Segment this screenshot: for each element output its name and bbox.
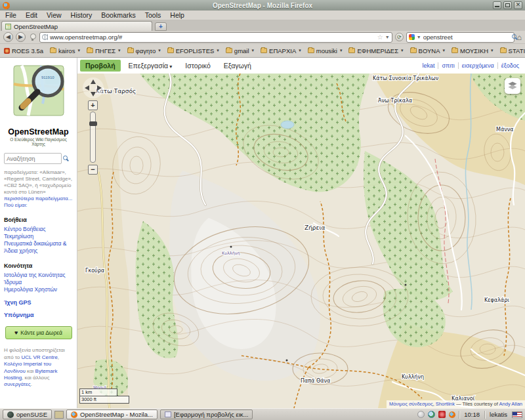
hosting-note: Η φιλοξενία υποστηρίζεται από το UCL VR …	[4, 347, 73, 388]
tray-separator	[459, 411, 459, 419]
updates-icon[interactable]	[438, 411, 446, 418]
inbox-link[interactable]: εισερχόμενα	[458, 62, 497, 69]
map-search-input[interactable]	[4, 153, 62, 164]
back-button[interactable]: ◀	[3, 32, 13, 42]
title-bar: OpenStreetMap - Mozilla Firefox	[0, 0, 525, 10]
url-dropdown-icon[interactable]: ▼	[385, 35, 390, 39]
volume-icon[interactable]	[417, 411, 425, 418]
keyboard-layout-flag-icon[interactable]	[512, 411, 522, 418]
pan-left-icon[interactable]	[85, 85, 89, 91]
tab-title: OpenStreetMap	[14, 23, 58, 30]
scale-km: 1 km	[79, 388, 117, 396]
bookmark-folder-efoplistes[interactable]: EFOPLISTES	[167, 47, 219, 54]
firefox-icon	[71, 411, 77, 418]
andy-allan-link[interactable]: Andy Allan	[499, 401, 522, 407]
menu-history[interactable]: History	[71, 11, 93, 19]
map-label-papa-thana: Παπά Θάνα	[301, 378, 330, 384]
zoom-slider-track[interactable]	[90, 112, 96, 163]
menu-file[interactable]: File	[5, 11, 16, 19]
start-menu-button[interactable]: openSUSE	[3, 410, 52, 419]
pan-pad[interactable]	[83, 77, 104, 98]
help-centre-link[interactable]: Κέντρο Βοήθειας	[4, 226, 73, 233]
community-blogs-link[interactable]: Ιστολόγια της Κοινότητας	[4, 272, 73, 279]
search-engine-dropdown-icon[interactable]: ▼	[417, 35, 421, 39]
where-am-i-link[interactable]: Πού είμαι:	[4, 202, 27, 208]
task-image-viewer-window[interactable]: [Εφαρμογή προβολής εικ...	[160, 410, 253, 419]
web-search-input[interactable]	[423, 33, 510, 41]
map-label-kyllini-village: Κυλλήνη	[402, 374, 424, 380]
ucl-link[interactable]: UCL VR Centre	[22, 354, 58, 360]
layers-button[interactable]	[505, 78, 520, 94]
task-firefox-window[interactable]: OpenStreetMap - Mozila...	[66, 410, 158, 419]
search-go-icon[interactable]	[512, 34, 518, 40]
permalink-link[interactable]: Μόνιμος σύνδεσμος	[389, 401, 433, 407]
new-tab-button[interactable]: +	[155, 22, 167, 31]
map-label-kyllini-peak: Κυλλήνη	[222, 251, 240, 256]
firefox-tray-icon[interactable]	[449, 411, 455, 418]
bookmark-folder-kairos[interactable]: kairos	[50, 47, 80, 54]
tab-edit[interactable]: Επεξεργασία	[123, 60, 178, 72]
bookmark-folder-efimerides[interactable]: ΕΦΗΜΕΡΙΔΕΣ	[348, 47, 403, 54]
bookmark-folder-mousikh[interactable]: ΜΟΥΣΙΚΗ	[452, 47, 494, 54]
home-link[interactable]: σπιτι	[438, 62, 457, 69]
bookmark-folder-statistika[interactable]: STATISTIKA	[500, 47, 525, 54]
network-icon[interactable]	[428, 411, 435, 418]
bookmark-folder-fagito[interactable]: φαγητο	[127, 47, 161, 54]
zoom-out-button[interactable]: −	[88, 165, 98, 175]
menu-bookmarks[interactable]: Bookmarks	[101, 11, 136, 19]
clock[interactable]: 10:18	[463, 411, 481, 418]
desktop-pager-icon[interactable]	[54, 411, 64, 419]
username-link[interactable]: lekat	[419, 62, 438, 69]
documentation-link[interactable]: Τεκμηρίωση	[4, 233, 73, 240]
menu-tools[interactable]: Tools	[145, 11, 161, 19]
home-button[interactable]: ⌂	[517, 33, 522, 42]
tab-openstreetmap[interactable]: OpenStreetMap	[1, 21, 152, 31]
url-bar[interactable]: ☆ ▼	[39, 32, 392, 43]
pan-down-icon[interactable]	[91, 92, 96, 96]
lightbulb-icon[interactable]	[30, 33, 35, 41]
logout-link[interactable]: έξοδος	[497, 62, 522, 69]
close-button[interactable]	[514, 1, 522, 9]
bookmark-folder-gmail[interactable]: gmail	[226, 47, 254, 54]
map-viewport[interactable]: Κάτω Ταρσός Κάτω Συνοικία Τρικάλων Άνω Τ…	[77, 74, 525, 408]
tab-view[interactable]: Προβολή	[80, 60, 121, 72]
menu-help[interactable]: Help	[170, 11, 184, 19]
map-canvas[interactable]: Κάτω Ταρσός Κάτω Συνοικία Τρικάλων Άνω Τ…	[77, 74, 525, 408]
map-key-link[interactable]: Υπόμνημα	[4, 312, 73, 318]
google-icon	[409, 34, 415, 40]
tab-history[interactable]: Ιστορικό	[180, 60, 216, 72]
minimize-button[interactable]	[493, 1, 501, 9]
scale-ft: 3000 ft	[79, 396, 129, 404]
bookmark-roes[interactable]: ROES 3.5a	[4, 47, 43, 54]
user-diaries-link[interactable]: Ημερολόγια Χρηστών	[4, 286, 73, 293]
donate-button[interactable]: ♥ Κάντε μια Δωρεά	[5, 326, 72, 339]
bookmark-star-icon[interactable]: ☆	[377, 34, 383, 41]
search-bar[interactable]: ▼	[406, 32, 514, 43]
bookmark-folder-vouna[interactable]: ΒΟΥΝΑ	[410, 47, 445, 54]
pan-right-icon[interactable]	[97, 85, 102, 91]
reload-button[interactable]: ⟳	[395, 33, 404, 41]
copyright-link[interactable]: Πνευματικά δικαιώματα & Άδεια χρήσης	[4, 240, 73, 255]
bookmark-folder-mousiki[interactable]: mousiki	[308, 47, 343, 54]
menu-view[interactable]: View	[47, 11, 62, 19]
more-examples-link[interactable]: περισσότερα παραδείγματα...	[4, 196, 72, 201]
navigation-toolbar: ◀ ▶ ☆ ▼ ⟳ ▼ ⌂	[0, 31, 525, 44]
maximize-button[interactable]	[503, 1, 512, 9]
osm-header: Προβολή Επεξεργασία Ιστορικό Εξαγωγή lek…	[77, 58, 525, 74]
bookmark-folder-eparxia[interactable]: ΕΠΑΡΧΙΑ	[261, 47, 301, 54]
foundation-link[interactable]: Ίδρυμα	[4, 279, 73, 286]
map-search-icon[interactable]	[63, 156, 69, 161]
url-input[interactable]	[50, 33, 375, 41]
menu-edit[interactable]: Edit	[26, 11, 37, 19]
gps-traces-link[interactable]: Ίχνη GPS	[4, 299, 73, 306]
partners-link[interactable]: συνεργάτες	[4, 381, 31, 387]
tab-export[interactable]: Εξαγωγή	[219, 60, 257, 72]
forward-button[interactable]: ▶	[16, 32, 26, 42]
pan-up-icon[interactable]	[91, 79, 96, 84]
tray-separator	[484, 411, 485, 419]
bookmark-folder-piges[interactable]: ΠΗΓΕΣ	[87, 47, 121, 54]
search-examples: παραδείγματα: «Alkmaar», «Regent Street,…	[4, 169, 73, 209]
zoom-in-button[interactable]: +	[88, 100, 98, 110]
shortlink-link[interactable]: Shortlink	[436, 401, 455, 407]
zoom-slider-handle[interactable]	[89, 121, 97, 126]
